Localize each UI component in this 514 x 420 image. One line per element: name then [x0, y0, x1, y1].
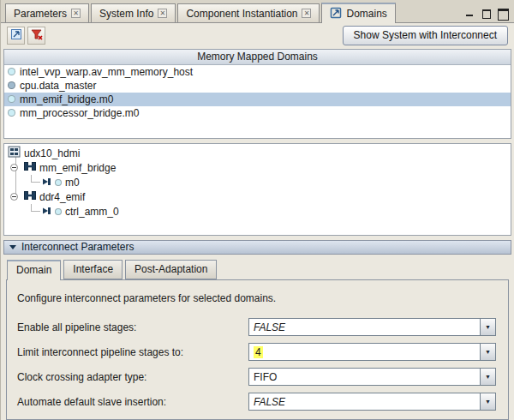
domain-label: mm_emif_bridge.m0: [20, 93, 113, 105]
select-arrow-icon: [9, 27, 23, 45]
interface-plug-icon: [42, 177, 52, 189]
domain-dot-icon: [8, 109, 15, 117]
form-row: Enable all pipeline stages: FALSE ▼: [17, 318, 496, 336]
tab-label: Component Instantiation: [186, 8, 297, 20]
tab-label: Domains: [346, 8, 386, 20]
combo-value: FALSE: [249, 319, 480, 335]
tree-item-emif[interactable]: ddr4_emif: [4, 189, 511, 204]
memory-mapped-domains-panel: Memory Mapped Domains intel_vvp_warp.av_…: [3, 49, 511, 139]
bridge-icon: [24, 190, 36, 203]
section-title: Interconnect Parameters: [21, 241, 134, 253]
field-label: Automate default slave insertion:: [17, 396, 166, 408]
chevron-down-icon[interactable]: ▼: [480, 344, 495, 360]
memory-mapped-domains-header: Memory Mapped Domains: [4, 50, 511, 65]
domain-dot-icon: [8, 81, 15, 89]
close-icon[interactable]: ✕: [158, 9, 167, 18]
pipeline-stages-limit-select[interactable]: 4 ▼: [248, 343, 496, 361]
system-tree-panel: udx10_hdmi mm_emif_bridge m0: [3, 143, 511, 235]
chevron-down-icon[interactable]: ▼: [480, 393, 495, 410]
combo-value: FALSE: [249, 393, 480, 410]
field-label: Limit interconnect pipeline stages to:: [17, 346, 183, 358]
tab-label: Parameters: [14, 8, 67, 20]
tab-post-adaptation[interactable]: Post-Adaptation: [125, 260, 217, 279]
combo-value: FIFO: [249, 369, 480, 385]
tree-item-label: m0: [65, 177, 80, 189]
close-icon[interactable]: ✕: [302, 9, 311, 18]
show-system-with-interconnect-button[interactable]: Show System with Interconnect: [343, 26, 508, 45]
domains-list: intel_vvp_warp.av_mm_memory_host cpu.dat…: [4, 65, 511, 138]
tab-system-info[interactable]: System Info ✕: [91, 3, 176, 22]
tree-item-label: mm_emif_bridge: [39, 162, 116, 174]
domain-dot-icon: [55, 179, 62, 186]
domain-dot-icon: [8, 95, 15, 103]
domain-list-item[interactable]: mm_processor_bridge.m0: [4, 106, 511, 120]
tree-item-system[interactable]: udx10_hdmi: [4, 146, 511, 160]
close-icon[interactable]: ✕: [71, 9, 81, 18]
domain-label: mm_processor_bridge.m0: [20, 107, 139, 119]
tree-item-interface[interactable]: ctrl_amm_0: [4, 204, 511, 219]
combo-value: 4: [249, 344, 480, 360]
tab-domain[interactable]: Domain: [7, 260, 61, 280]
tree-item-label: ctrl_amm_0: [65, 206, 119, 218]
form-row: Automate default slave insertion: FALSE …: [17, 393, 496, 411]
tree-item-interface[interactable]: m0: [4, 175, 511, 189]
tab-component-instantiation[interactable]: Component Instantiation ✕: [177, 3, 320, 22]
tree-item-bridge[interactable]: mm_emif_bridge: [4, 160, 511, 175]
parameters-content: Configure interconnect parameters for se…: [6, 279, 509, 420]
tab-interface[interactable]: Interface: [63, 260, 123, 279]
domain-list-item-selected[interactable]: mm_emif_bridge.m0: [4, 93, 511, 106]
interconnect-parameters-header[interactable]: Interconnect Parameters: [3, 240, 511, 255]
toolbar: Show System with Interconnect: [1, 23, 514, 48]
parameters-description: Configure interconnect parameters for se…: [17, 292, 496, 304]
form-row: Limit interconnect pipeline stages to: 4…: [17, 343, 496, 361]
minimize-icon[interactable]: [464, 8, 475, 18]
red-filter-icon: [30, 27, 44, 45]
field-label: Clock crossing adapter type:: [17, 371, 146, 383]
collapse-handle-icon[interactable]: [10, 193, 18, 201]
highlighted-value: 4: [254, 346, 263, 358]
domain-label: cpu.data_master: [20, 80, 96, 92]
system-icon: [8, 146, 21, 160]
interface-plug-icon: [42, 206, 52, 218]
enable-pipeline-stages-select[interactable]: FALSE ▼: [248, 318, 496, 336]
tab-domains[interactable]: Domains: [321, 3, 395, 23]
domains-tab-icon: [330, 7, 342, 21]
maximize-icon[interactable]: [497, 8, 508, 18]
tab-label: System Info: [99, 8, 153, 20]
tab-parameters[interactable]: Parameters ✕: [5, 3, 89, 22]
window-controls: [464, 8, 511, 18]
domain-dot-icon: [55, 208, 62, 215]
tree-item-label: ddr4_emif: [39, 191, 85, 203]
tab-bar: Parameters ✕ System Info ✕ Component Ins…: [1, 0, 514, 23]
collapse-triangle-icon: [9, 245, 16, 249]
highlight-domain-button[interactable]: [7, 27, 25, 45]
chevron-down-icon[interactable]: ▼: [480, 319, 495, 335]
tree-item-label: udx10_hdmi: [24, 147, 80, 159]
domain-label: intel_vvp_warp.av_mm_memory_host: [20, 66, 193, 78]
platform-designer-domains-view: Parameters ✕ System Info ✕ Component Ins…: [0, 0, 514, 420]
domain-list-item[interactable]: cpu.data_master: [4, 79, 511, 93]
form-row: Clock crossing adapter type: FIFO ▼: [17, 368, 496, 386]
collapse-handle-icon[interactable]: [10, 164, 18, 171]
field-label: Enable all pipeline stages:: [17, 321, 136, 333]
bridge-icon: [24, 161, 36, 174]
clock-crossing-adapter-select[interactable]: FIFO ▼: [248, 368, 496, 386]
chevron-down-icon[interactable]: ▼: [480, 369, 495, 385]
remove-filter-button[interactable]: [27, 27, 45, 45]
domain-list-item[interactable]: intel_vvp_warp.av_mm_memory_host: [4, 65, 511, 79]
restore-icon[interactable]: [481, 8, 492, 18]
parameters-tab-bar: Domain Interface Post-Adaptation: [7, 260, 509, 279]
default-slave-insertion-select[interactable]: FALSE ▼: [248, 393, 496, 411]
domain-dot-icon: [8, 68, 15, 75]
